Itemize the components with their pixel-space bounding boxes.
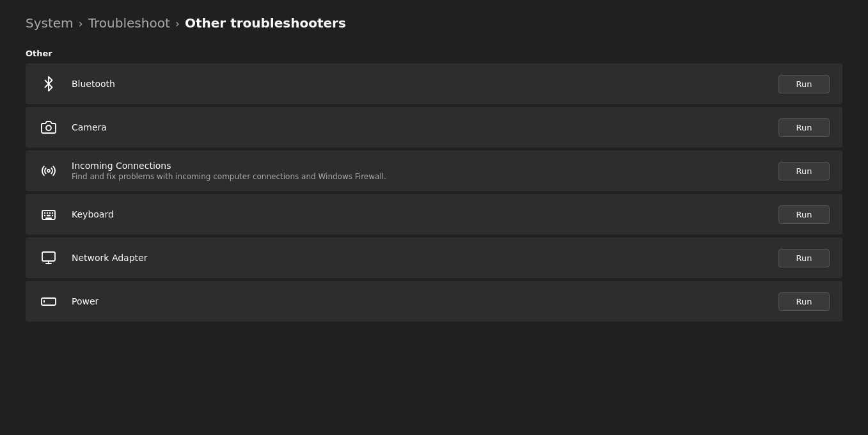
keyboard-title: Keyboard: [72, 209, 114, 219]
item-text-camera: Camera: [72, 122, 107, 132]
camera-title: Camera: [72, 122, 107, 132]
item-left-network-adapter: Network Adapter: [38, 248, 147, 268]
camera-icon: [38, 117, 59, 138]
item-left-keyboard: Keyboard: [38, 204, 114, 225]
item-text-incoming-connections: Incoming Connections Find and fix proble…: [72, 161, 386, 181]
item-left-bluetooth: Bluetooth: [38, 74, 115, 94]
bluetooth-icon: [38, 74, 59, 94]
item-text-power: Power: [72, 296, 99, 306]
bluetooth-title: Bluetooth: [72, 79, 115, 89]
incoming-connections-description: Find and fix problems with incoming comp…: [72, 172, 386, 181]
network-adapter-title: Network Adapter: [72, 253, 147, 263]
troubleshooter-item-network-adapter: Network Adapter Run: [26, 237, 842, 278]
troubleshooter-item-incoming-connections: Incoming Connections Find and fix proble…: [26, 150, 842, 191]
keyboard-run-button[interactable]: Run: [778, 205, 830, 224]
troubleshooter-item-power: Power Run: [26, 281, 842, 322]
troubleshooter-item-bluetooth: Bluetooth Run: [26, 63, 842, 104]
incoming-connections-icon: [38, 161, 59, 181]
troubleshooter-list: Bluetooth Run Camera Run: [26, 63, 842, 322]
breadcrumb: System › Troubleshoot › Other troublesho…: [26, 15, 842, 31]
svg-point-1: [47, 170, 50, 172]
breadcrumb-system[interactable]: System: [26, 15, 74, 31]
power-run-button[interactable]: Run: [778, 292, 830, 311]
incoming-connections-run-button[interactable]: Run: [778, 162, 830, 180]
section-label: Other: [26, 49, 842, 58]
breadcrumb-troubleshoot[interactable]: Troubleshoot: [88, 15, 170, 31]
item-left-camera: Camera: [38, 117, 107, 138]
camera-run-button[interactable]: Run: [778, 118, 830, 137]
breadcrumb-sep-1: ›: [79, 17, 83, 30]
power-title: Power: [72, 296, 99, 306]
incoming-connections-title: Incoming Connections: [72, 161, 386, 171]
power-icon: [38, 291, 59, 312]
item-text-keyboard: Keyboard: [72, 209, 114, 219]
troubleshooter-item-camera: Camera Run: [26, 107, 842, 148]
bluetooth-run-button[interactable]: Run: [778, 75, 830, 93]
svg-rect-11: [42, 252, 55, 261]
network-adapter-run-button[interactable]: Run: [778, 249, 830, 267]
breadcrumb-sep-2: ›: [175, 17, 180, 30]
item-text-network-adapter: Network Adapter: [72, 253, 147, 263]
svg-point-0: [46, 125, 51, 130]
item-text-bluetooth: Bluetooth: [72, 79, 115, 89]
network-adapter-icon: [38, 248, 59, 268]
keyboard-icon: [38, 204, 59, 225]
item-left-power: Power: [38, 291, 99, 312]
item-left-incoming-connections: Incoming Connections Find and fix proble…: [38, 161, 386, 181]
breadcrumb-current: Other troubleshooters: [185, 15, 346, 31]
troubleshooter-item-keyboard: Keyboard Run: [26, 194, 842, 235]
